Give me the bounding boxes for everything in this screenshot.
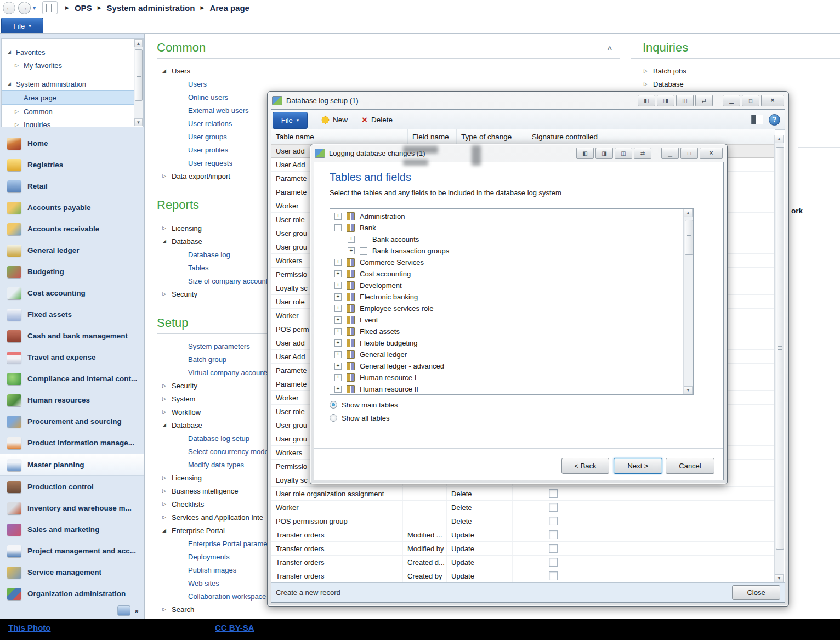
module-item[interactable]: Accounts payable xyxy=(0,197,144,218)
tree-expander-icon[interactable]: ▷ xyxy=(162,514,172,520)
help-icon[interactable]: ? xyxy=(769,114,780,126)
tree-expander-box[interactable]: + xyxy=(334,316,342,324)
tree-expander-icon[interactable]: ▷ xyxy=(15,122,24,127)
table-row[interactable]: User role organization assignment Delete xyxy=(271,487,775,501)
tree-expander-icon[interactable]: ▷ xyxy=(162,396,172,401)
module-item[interactable]: Master planning xyxy=(0,454,144,476)
table-tree-item[interactable]: + Commerce Services xyxy=(330,257,683,268)
table-tree-item[interactable]: + Employee services role xyxy=(330,303,683,314)
table-tree-item[interactable]: + Electronic banking xyxy=(330,291,683,303)
window-titlebar[interactable]: Database log setup (1) ◧ ◨ ◫ ⇄ ▁ □ × xyxy=(268,92,788,109)
tree-expander-box[interactable]: + xyxy=(334,374,342,381)
breadcrumb-item-area-page[interactable]: Area page xyxy=(209,3,249,13)
table-row[interactable]: Transfer orders Created d... Update xyxy=(271,556,775,569)
sidebar-tree-item[interactable]: ◢ System administration xyxy=(2,77,134,90)
table-tree-item[interactable]: + Human resource I xyxy=(330,372,683,383)
table-tree-item[interactable]: + Bank accounts xyxy=(330,234,683,245)
cancel-button[interactable]: Cancel xyxy=(666,458,714,474)
tree-expander-box[interactable]: + xyxy=(348,236,355,243)
module-item[interactable]: Fixed assets xyxy=(0,304,144,325)
table-checkbox[interactable] xyxy=(360,236,367,243)
breadcrumb-item-ops[interactable]: OPS xyxy=(75,3,92,13)
table-tree-item[interactable]: + General ledger xyxy=(330,349,683,360)
module-item[interactable]: Retail xyxy=(0,175,144,197)
history-dropdown-icon[interactable]: ▾ xyxy=(33,5,36,11)
back-button[interactable]: < Back xyxy=(561,458,609,474)
signature-checkbox[interactable] xyxy=(549,503,558,512)
tree-expander-box[interactable]: - xyxy=(334,224,342,231)
next-button[interactable]: Next > xyxy=(614,458,662,474)
module-item[interactable]: Sales and marketing xyxy=(0,519,144,540)
more-buttons-icon[interactable]: » xyxy=(135,607,139,615)
column-header-signature-controlled[interactable]: Signature controlled xyxy=(527,129,612,144)
scroll-up-icon[interactable]: ▲ xyxy=(134,39,143,47)
tree-expander-box[interactable]: + xyxy=(334,328,342,335)
area-page-link[interactable]: Users xyxy=(157,77,620,90)
tree-expander-box[interactable]: + xyxy=(334,293,342,301)
table-tree-item[interactable]: + Event xyxy=(330,314,683,326)
module-item[interactable]: Human resources xyxy=(0,389,144,411)
scroll-up-icon[interactable]: ▲ xyxy=(684,209,693,217)
table-tree-item[interactable]: + Development xyxy=(330,280,683,291)
tree-expander-icon[interactable]: ▷ xyxy=(162,501,172,507)
tree-expander-box[interactable]: + xyxy=(334,270,342,277)
table-row[interactable]: Transfer orders Modified ... Update xyxy=(271,528,775,542)
table-row[interactable]: Worker Delete xyxy=(271,501,775,514)
signature-checkbox[interactable] xyxy=(549,530,558,539)
tree-expander-icon[interactable]: ▷ xyxy=(15,63,24,68)
column-header-type-of-change[interactable]: Type of change xyxy=(457,129,527,144)
license-link[interactable]: CC BY-SA xyxy=(215,623,254,632)
minimize-button[interactable]: ▁ xyxy=(661,148,679,159)
module-item[interactable]: Procurement and sourcing xyxy=(0,411,144,432)
column-header-field-name[interactable]: Field name xyxy=(408,129,457,144)
module-item[interactable]: Registries xyxy=(0,154,144,175)
table-tree-item[interactable]: + Cost accounting xyxy=(330,268,683,280)
close-button[interactable]: × xyxy=(761,95,784,106)
tree-expander-icon[interactable]: ◢ xyxy=(162,68,172,73)
tree-expander-box[interactable]: + xyxy=(334,305,342,312)
close-form-button[interactable]: Close xyxy=(732,585,780,600)
table-row[interactable]: POS permission group Delete xyxy=(271,514,775,528)
collapse-section-icon[interactable]: ^ xyxy=(608,45,612,54)
tree-expander-icon[interactable]: ▷ xyxy=(162,173,172,179)
scrollbar-thumb[interactable] xyxy=(685,220,693,255)
back-button[interactable]: ← xyxy=(3,2,15,14)
table-tree-item[interactable]: + Bank transaction groups xyxy=(330,245,683,257)
tree-expander-box[interactable]: + xyxy=(334,259,342,266)
radio-option[interactable]: Show all tables xyxy=(330,411,707,424)
scroll-down-icon[interactable]: ▼ xyxy=(775,574,784,582)
delete-button[interactable]: × Delete xyxy=(362,115,393,124)
maximize-button[interactable]: □ xyxy=(680,148,698,159)
module-item[interactable]: Accounts receivable xyxy=(0,218,144,240)
float-window-button[interactable]: ◫ xyxy=(615,148,632,159)
navigation-pane-button[interactable] xyxy=(42,1,58,14)
detach-window-button[interactable]: ⇄ xyxy=(634,148,651,159)
table-row[interactable]: Transfer orders Modified by Update xyxy=(271,542,775,556)
module-item[interactable]: Organization administration xyxy=(0,583,144,604)
sidebar-tree-item[interactable]: ▷ Inquiries xyxy=(2,118,134,127)
tree-expander-icon[interactable]: ◢ xyxy=(162,422,172,428)
file-menu-button[interactable]: File ▾ xyxy=(1,18,43,33)
module-item[interactable]: Inventory and warehouse m... xyxy=(0,497,144,519)
scrollbar-thumb[interactable] xyxy=(135,49,143,101)
signature-checkbox[interactable] xyxy=(549,558,558,567)
scroll-up-icon[interactable]: ▲ xyxy=(775,135,784,143)
signature-checkbox[interactable] xyxy=(549,489,558,498)
area-page-link[interactable]: ▷ Database xyxy=(631,77,840,90)
tree-expander-box[interactable]: + xyxy=(348,247,355,254)
tree-expander-icon[interactable]: ▷ xyxy=(162,383,172,388)
configure-buttons-icon[interactable] xyxy=(117,605,130,616)
sidebar-tree-item[interactable]: ▷ My favorites xyxy=(2,59,134,72)
maximize-button[interactable]: □ xyxy=(742,95,759,106)
detach-window-button[interactable]: ⇄ xyxy=(695,95,713,106)
tree-expander-icon[interactable]: ◢ xyxy=(162,528,172,533)
module-item[interactable]: Production control xyxy=(0,476,144,497)
tree-expander-icon[interactable]: ▷ xyxy=(644,81,653,87)
tree-expander-icon[interactable]: ▷ xyxy=(162,488,172,494)
photo-attribution-link[interactable]: This Photo xyxy=(8,623,51,632)
tree-expander-icon[interactable]: ◢ xyxy=(162,239,172,244)
close-button[interactable]: × xyxy=(700,148,723,159)
scroll-down-icon[interactable]: ▼ xyxy=(684,386,693,394)
tree-expander-icon[interactable]: ▷ xyxy=(644,68,653,73)
tree-expander-box[interactable]: + xyxy=(334,351,342,358)
